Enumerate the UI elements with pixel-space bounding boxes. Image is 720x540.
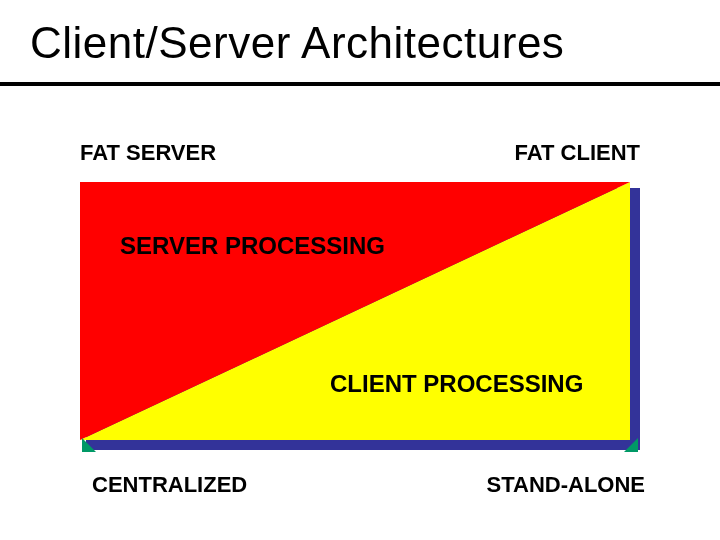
- client-processing-label: CLIENT PROCESSING: [330, 370, 583, 398]
- corner-arrow-left-icon: [82, 438, 96, 452]
- slide: Client/Server Architectures FAT SERVER F…: [0, 0, 720, 540]
- label-fat-client: FAT CLIENT: [515, 140, 640, 166]
- corner-arrow-right-icon: [624, 438, 638, 452]
- server-processing-label: SERVER PROCESSING: [120, 232, 385, 260]
- architecture-diagram: SERVER PROCESSING CLIENT PROCESSING: [80, 182, 640, 450]
- title-underline: [0, 82, 720, 86]
- label-fat-server: FAT SERVER: [80, 140, 216, 166]
- diagram-svg: [80, 182, 640, 450]
- label-stand-alone: STAND-ALONE: [487, 472, 645, 498]
- label-centralized: CENTRALIZED: [92, 472, 247, 498]
- slide-title: Client/Server Architectures: [30, 18, 564, 68]
